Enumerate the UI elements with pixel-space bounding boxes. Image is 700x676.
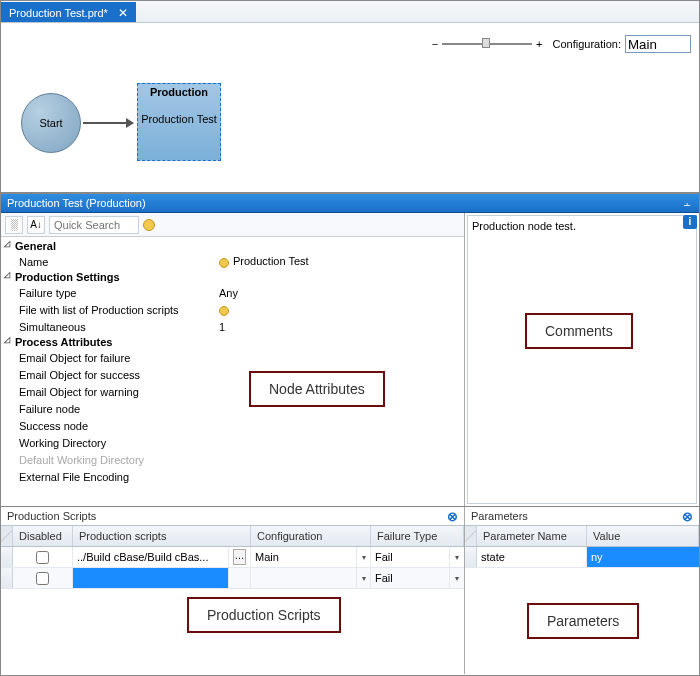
diagram-canvas[interactable]: − + Configuration: Start Production Prod… (1, 23, 699, 193)
chevron-down-icon[interactable]: ▾ (362, 574, 366, 583)
scripts-title: Production Scripts (7, 510, 96, 522)
table-row[interactable]: state ny (465, 547, 699, 568)
help-icon[interactable] (143, 219, 155, 231)
attributes-pane: ░ A↓ General Name Production Test Produc… (1, 213, 465, 506)
col-scripts[interactable]: Production scripts (73, 526, 251, 546)
row-header[interactable] (1, 547, 13, 567)
ftype-cell[interactable]: Fail (371, 547, 450, 567)
config-select[interactable] (625, 35, 691, 53)
prop-success-node[interactable]: Success node (1, 417, 464, 434)
prop-email-failure[interactable]: Email Object for failure (1, 349, 464, 366)
col-disabled[interactable]: Disabled (13, 526, 73, 546)
disabled-checkbox[interactable] (36, 572, 49, 585)
params-close-icon[interactable]: ⊗ (682, 510, 693, 523)
table-row[interactable]: ▾ Fail ▾ (1, 568, 464, 589)
table-row[interactable]: ../Build cBase/Build cBas... … Main ▾ Fa… (1, 547, 464, 568)
zoom-bar: − + Configuration: (432, 35, 691, 53)
group-process-attributes[interactable]: Process Attributes (1, 335, 464, 349)
prop-failure-node[interactable]: Failure node (1, 400, 464, 417)
group-general[interactable]: General (1, 239, 464, 253)
zoom-thumb[interactable] (482, 38, 490, 48)
col-config[interactable]: Configuration (251, 526, 371, 546)
params-pane: Parameters ⊗ Parameter Name Value state … (465, 507, 699, 674)
chevron-down-icon[interactable]: ▾ (455, 553, 459, 562)
script-cell[interactable] (73, 568, 229, 588)
config-cell[interactable]: Main (251, 547, 357, 567)
file-tab[interactable]: Production Test.prd* ✕ (1, 2, 136, 22)
prop-file-list[interactable]: File with list of Production scripts (1, 301, 464, 318)
coin-icon (219, 306, 229, 316)
zoom-slider[interactable] (442, 43, 532, 45)
start-node-label: Start (39, 117, 62, 129)
corner-icon[interactable] (465, 526, 477, 546)
attributes-toolbar: ░ A↓ (1, 213, 464, 237)
start-node[interactable]: Start (21, 93, 81, 153)
config-label: Configuration: (553, 38, 622, 50)
scripts-pane: Production Scripts ⊗ Disabled Production… (1, 507, 465, 674)
group-production-settings[interactable]: Production Settings (1, 270, 464, 284)
prop-failure-type[interactable]: Failure type Any (1, 284, 464, 301)
row-header[interactable] (1, 568, 13, 588)
quick-search-input[interactable] (49, 216, 139, 234)
production-node[interactable]: Production Production Test (137, 83, 221, 161)
tab-title: Production Test.prd* (9, 7, 108, 19)
prop-email-success[interactable]: Email Object for success (1, 366, 464, 383)
col-param-name[interactable]: Parameter Name (477, 526, 587, 546)
zoom-in-button[interactable]: + (536, 38, 542, 50)
param-name-cell[interactable]: state (477, 547, 587, 567)
prop-name[interactable]: Name Production Test (1, 253, 464, 270)
mid-row: ░ A↓ General Name Production Test Produc… (1, 213, 699, 507)
comments-textarea[interactable]: Production node test. (467, 215, 697, 504)
bottom-row: Production Scripts ⊗ Disabled Production… (1, 507, 699, 674)
properties-header: Production Test (Production) ⫠ (1, 193, 699, 213)
scripts-close-icon[interactable]: ⊗ (447, 510, 458, 523)
info-icon[interactable]: i (683, 215, 697, 229)
browse-button[interactable]: … (233, 549, 246, 565)
prop-working-dir[interactable]: Working Directory (1, 434, 464, 451)
params-grid-header: Parameter Name Value (465, 525, 699, 547)
zoom-out-button[interactable]: − (432, 38, 438, 50)
params-title: Parameters (471, 510, 528, 522)
coin-icon (219, 258, 229, 268)
sort-button[interactable]: A↓ (27, 216, 45, 234)
chevron-down-icon[interactable]: ▾ (455, 574, 459, 583)
prop-email-warning[interactable]: Email Object for warning (1, 383, 464, 400)
col-ftype[interactable]: Failure Type (371, 526, 464, 546)
params-grid-body[interactable]: state ny (465, 547, 699, 674)
close-icon[interactable]: ✕ (116, 6, 130, 20)
prop-default-working-dir: Default Working Directory (1, 451, 464, 468)
scripts-grid-body[interactable]: ../Build cBase/Build cBas... … Main ▾ Fa… (1, 547, 464, 674)
comments-pane: i Production node test. Comments (465, 213, 699, 506)
chevron-down-icon[interactable]: ▾ (362, 553, 366, 562)
disabled-checkbox[interactable] (36, 551, 49, 564)
config-cell[interactable] (251, 568, 357, 588)
pin-icon[interactable]: ⫠ (682, 197, 693, 209)
flow-arrow (83, 122, 133, 124)
corner-icon[interactable] (1, 526, 13, 546)
ftype-cell[interactable]: Fail (371, 568, 450, 588)
tabbar: Production Test.prd* ✕ (1, 1, 699, 23)
categorized-button[interactable]: ░ (5, 216, 23, 234)
row-header[interactable] (465, 547, 477, 567)
scripts-title-row: Production Scripts ⊗ (1, 507, 464, 525)
scripts-grid-header: Disabled Production scripts Configuratio… (1, 525, 464, 547)
property-grid[interactable]: General Name Production Test Production … (1, 237, 464, 506)
script-cell[interactable]: ../Build cBase/Build cBas... (73, 547, 229, 567)
prop-simultaneous[interactable]: Simultaneous 1 (1, 318, 464, 335)
param-value-cell[interactable]: ny (587, 547, 699, 567)
params-title-row: Parameters ⊗ (465, 507, 699, 525)
production-node-header: Production (138, 86, 220, 98)
production-node-body: Production Test (138, 112, 220, 126)
prop-external-encoding[interactable]: External File Encoding (1, 468, 464, 485)
properties-header-title: Production Test (Production) (7, 197, 146, 209)
col-param-value[interactable]: Value (587, 526, 699, 546)
